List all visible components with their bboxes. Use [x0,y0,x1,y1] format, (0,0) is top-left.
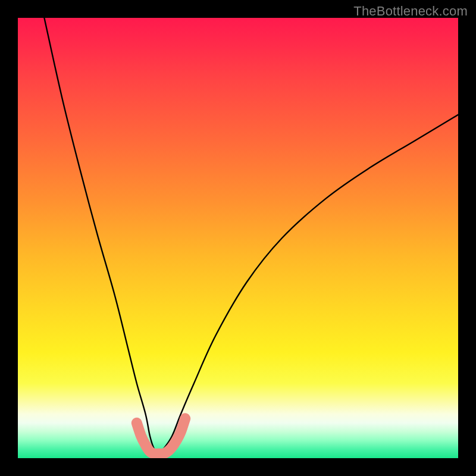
plot-area [18,18,458,458]
curve-layer [18,18,458,458]
watermark-text: TheBottleneck.com [353,4,468,19]
curve-main [44,18,458,454]
marker-band [137,418,185,453]
chart-frame: TheBottleneck.com [0,0,476,476]
